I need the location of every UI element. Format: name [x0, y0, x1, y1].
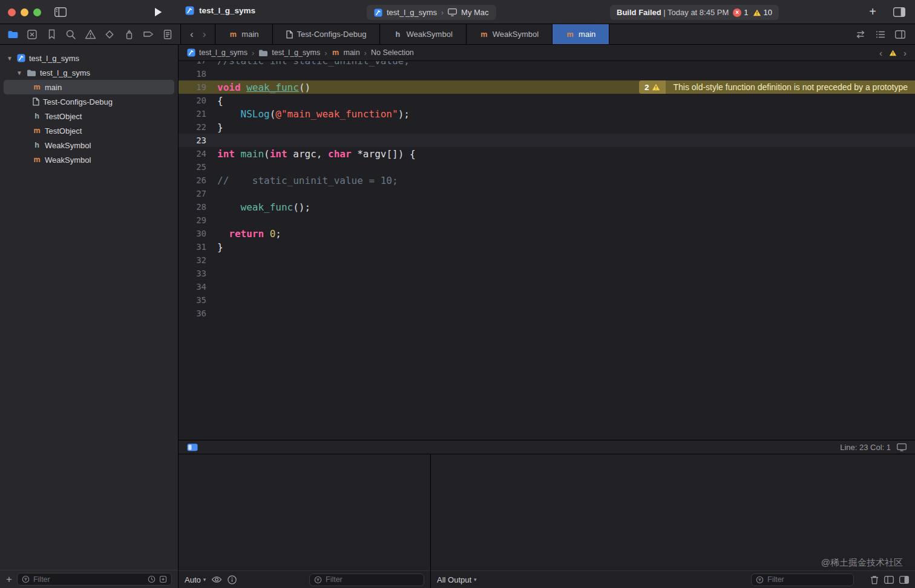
next-issue-icon[interactable]: ›: [904, 48, 907, 58]
inspector-toggle-icon[interactable]: [893, 7, 905, 17]
debug-navigator-icon[interactable]: [119, 27, 139, 42]
console-filter-field[interactable]: [751, 573, 854, 586]
new-tab-button[interactable]: +: [869, 5, 876, 19]
debug-area-toggle-icon[interactable]: [187, 443, 198, 451]
related-items-icon[interactable]: [855, 30, 866, 39]
navigator-filter-input[interactable]: [33, 575, 144, 584]
console-output-popup[interactable]: All Output▾: [437, 575, 477, 584]
line-number[interactable]: 25: [179, 162, 217, 172]
breakpoints-navigator-icon[interactable]: [139, 27, 158, 42]
sidebar-item-main[interactable]: mmain: [4, 80, 174, 94]
line-number[interactable]: 24: [179, 149, 217, 158]
sidebar-item-test_l_g_syms[interactable]: ▼test_l_g_syms: [4, 51, 174, 65]
code-line-25[interactable]: 25: [179, 160, 915, 174]
disclosure-triangle[interactable]: ▼: [16, 70, 23, 76]
breadcrumb-item[interactable]: test_l_g_syms: [258, 48, 320, 57]
code-line-19[interactable]: 19void weak_func()2This old-style functi…: [179, 80, 915, 94]
code-line-27[interactable]: 27: [179, 187, 915, 200]
code-line-28[interactable]: 28 weak_func();: [179, 200, 915, 214]
line-number[interactable]: 20: [179, 96, 217, 105]
code-line-29[interactable]: 29: [179, 214, 915, 227]
variables-filter-field[interactable]: [309, 573, 424, 586]
editor-tab-WeakSymbol[interactable]: mWeakSymbol: [467, 24, 553, 44]
line-number[interactable]: 28: [179, 202, 217, 212]
editor-tab-main[interactable]: mmain: [215, 24, 272, 44]
code-line-31[interactable]: 31}: [179, 240, 915, 253]
code-line-21[interactable]: 21 NSLog(@"main_weak_function");: [179, 107, 915, 120]
code-line-22[interactable]: 22}: [179, 120, 915, 134]
line-number[interactable]: 22: [179, 122, 217, 132]
line-number[interactable]: 26: [179, 175, 217, 185]
code-line-17[interactable]: 17//static int static_uninit_value;: [179, 61, 915, 67]
source-editor[interactable]: 17//static int static_uninit_value;1819v…: [179, 61, 915, 440]
code-line-30[interactable]: 30 return 0;: [179, 227, 915, 240]
breadcrumb-item[interactable]: No Selection: [371, 48, 414, 57]
line-number[interactable]: 34: [179, 282, 217, 292]
console-filter-input[interactable]: [767, 575, 849, 584]
variables-filter-input[interactable]: [326, 575, 419, 584]
sidebar-item-Test-Configs-Debug[interactable]: Test-Configs-Debug: [4, 94, 174, 109]
back-button[interactable]: ‹: [190, 28, 194, 41]
disclosure-triangle[interactable]: ▼: [6, 55, 13, 62]
line-number[interactable]: 19: [179, 82, 217, 92]
sidebar-item-test_l_g_syms[interactable]: ▼test_l_g_syms: [4, 65, 174, 80]
editor-tab-main[interactable]: mmain: [553, 24, 609, 44]
sidebar-item-WeakSymbol[interactable]: hWeakSymbol: [4, 138, 174, 152]
warning-annotation[interactable]: 2This old-style function definition is n…: [639, 80, 915, 94]
code-line-33[interactable]: 33: [179, 267, 915, 280]
editor-options-icon[interactable]: [895, 30, 905, 39]
code-line-18[interactable]: 18: [179, 67, 915, 80]
trash-icon[interactable]: [870, 575, 879, 584]
line-number[interactable]: 33: [179, 269, 217, 278]
line-number[interactable]: 27: [179, 189, 217, 198]
code-line-34[interactable]: 34: [179, 280, 915, 293]
symbols-navigator-icon[interactable]: [42, 27, 61, 42]
console-pane-toggle-icon[interactable]: [899, 576, 909, 584]
sidebar-toggle-icon[interactable]: [54, 7, 67, 17]
minimize-window-button[interactable]: [21, 8, 28, 16]
forward-button[interactable]: ›: [203, 28, 206, 41]
code-line-26[interactable]: 26// static_uninit_value = 10;: [179, 174, 915, 187]
code-line-20[interactable]: 20{: [179, 94, 915, 107]
line-number[interactable]: 32: [179, 255, 217, 265]
code-line-32[interactable]: 32: [179, 253, 915, 267]
warning-badge[interactable]: 10: [753, 8, 772, 17]
prev-issue-icon[interactable]: ‹: [879, 48, 882, 58]
code-line-35[interactable]: 35: [179, 293, 915, 307]
breadcrumb-item[interactable]: mmain: [332, 48, 360, 57]
tests-navigator-icon[interactable]: [100, 27, 119, 42]
line-number[interactable]: 23: [179, 136, 217, 145]
line-number[interactable]: 18: [179, 69, 217, 79]
editor-display-icon[interactable]: [897, 443, 907, 451]
line-number[interactable]: 35: [179, 295, 217, 305]
add-file-button[interactable]: +: [6, 573, 12, 586]
sidebar-item-TestObject[interactable]: hTestObject: [4, 109, 174, 123]
line-number[interactable]: 17: [179, 61, 217, 65]
scm-filter-icon[interactable]: [159, 575, 167, 583]
search-navigator-icon[interactable]: [61, 27, 80, 42]
navigator-filter-field[interactable]: [17, 573, 172, 586]
code-line-23[interactable]: 23: [179, 134, 915, 147]
scheme-selector[interactable]: test_l_g_syms › My Mac: [367, 5, 496, 20]
close-window-button[interactable]: [8, 8, 16, 16]
minimap-options-icon[interactable]: [876, 30, 885, 39]
editor-tab-Test-Configs-Debug[interactable]: Test-Configs-Debug: [273, 24, 381, 44]
sidebar-item-TestObject[interactable]: mTestObject: [4, 123, 174, 138]
sidebar-item-WeakSymbol[interactable]: mWeakSymbol: [4, 152, 174, 167]
jump-warning-icon[interactable]: [889, 50, 897, 56]
reports-navigator-icon[interactable]: [158, 27, 177, 42]
issues-navigator-icon[interactable]: [80, 27, 100, 42]
error-badge[interactable]: × 1: [733, 8, 748, 17]
editor-tab-WeakSymbol[interactable]: hWeakSymbol: [380, 24, 466, 44]
line-number[interactable]: 36: [179, 309, 217, 318]
variables-scope-popup[interactable]: Auto▾: [185, 575, 206, 584]
window-tab[interactable]: test_l_g_syms: [185, 6, 255, 15]
code-line-24[interactable]: 24int main(int argc, char *argv[]) {: [179, 147, 915, 160]
project-navigator-icon[interactable]: [3, 27, 22, 42]
eye-icon[interactable]: [211, 576, 222, 583]
line-number[interactable]: 21: [179, 109, 217, 119]
zoom-window-button[interactable]: [33, 8, 41, 16]
source-control-navigator-icon[interactable]: [22, 27, 42, 42]
line-number[interactable]: 30: [179, 229, 217, 238]
line-number[interactable]: 29: [179, 215, 217, 225]
